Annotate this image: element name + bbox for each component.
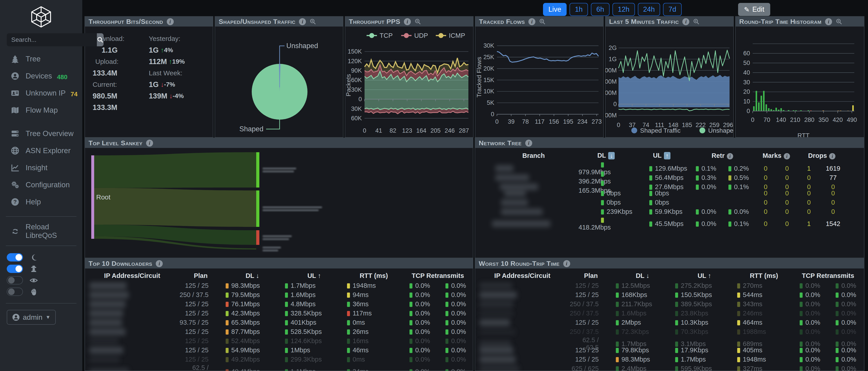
info-icon[interactable]: i [146,140,153,147]
info-icon[interactable]: i [404,18,411,25]
legend-item-udp[interactable]: UDP [401,32,428,39]
info-icon[interactable]: i [563,260,570,267]
sankey-node[interactable] [256,230,259,245]
sidebar-item-label: Insight [26,163,48,172]
sidebar-item-devices[interactable]: Devices480 [0,67,82,85]
legend-item-tcp[interactable]: TCP [367,32,393,39]
toggle-pause[interactable] [7,287,23,296]
circuit-row[interactable]: 125 / 2552.4Mbps124.6Kbps16ms0.0%0.0% [85,336,473,346]
tracked-flows-chart[interactable]: 30K25K20K15K10K5K003978117156195234273Tr… [475,27,603,137]
svg-text:Shaped Traffic: Shaped Traffic [640,127,681,134]
sidebar-item-unknown-ip[interactable]: Unknown IP74 [0,85,82,102]
svg-text:1G: 1G [609,56,617,63]
info-icon[interactable]: i [525,140,532,147]
info-icon[interactable]: i [156,260,163,267]
server-icon [10,129,20,138]
sidebar-item-asn-explorer[interactable]: ASN Explorer [0,142,82,159]
circuit-row[interactable]: 625 / 6252.4Mbps595.9Kbps327ms0.0%0.0% [475,364,864,371]
timeframe-24h[interactable]: 24h [638,3,660,16]
circuit-row[interactable]: 125 / 2576.1Mbps4.8Mbps36ms0.0%0.0% [85,300,473,309]
panel-shaped-pie: Shaped/Unshaped Traffic i UnshapedShaped [215,16,343,137]
circuit-row[interactable]: 250 / 37.579.5Mbps1.6Mbps94ms0.0%0.0% [85,290,473,300]
user-menu-button[interactable]: admin ▼ [7,310,56,325]
sankey-flow[interactable] [94,188,256,227]
current-label: Current: [93,79,149,90]
sort-dl-icon[interactable]: ↓ [608,152,615,159]
toggle-watch[interactable] [7,276,23,284]
timeframe-live[interactable]: Live [543,3,567,16]
zoom-in-icon[interactable] [414,18,421,25]
info-icon[interactable]: i [167,18,174,25]
network-tree-row[interactable]: 0bps0bps0000 [489,189,857,198]
svg-text:00M: 00M [606,67,617,74]
sankey-flow[interactable] [94,225,256,245]
network-tree-row[interactable]: 418.2Mbps45.5Mbps0.0%0.1%0011542 [489,216,857,225]
info-icon[interactable]: i [299,18,306,25]
sidebar-item-tree-overview[interactable]: Tree Overview [0,125,82,142]
timeframe-7d[interactable]: 7d [663,3,681,16]
circuit-row[interactable]: 125 / 2598.3Mbps1.7Mbps1948ms0.0%0.0% [85,281,473,290]
circuit-row[interactable]: 125 / 2587.7Mbps528.5Kbps26ms0.0%0.0% [85,327,473,336]
network-tree-row[interactable]: 0bps0bps0000 [489,198,857,207]
zoom-in-icon[interactable] [309,18,316,25]
y-axis-label: Tracked Flows [475,57,483,97]
circuit-row[interactable]: 125 / 2542.3Mbps328.5Kbps117ms0.0%0.0% [85,309,473,318]
circuit-row[interactable]: 250 / 37.572.3Kbps70.3Kbps1988ms0.0%0.0% [475,327,864,336]
info-icon[interactable]: i [829,153,835,159]
circuit-row[interactable]: 93.75 / 2565.3Mbps401Kbps0ms0.0%0.0% [85,318,473,327]
circuit-row[interactable]: 62.5 / 62.51.7Mbps3.1Mbps689ms0.0%0.0% [475,336,864,346]
network-tree-row[interactable]: 239Kbps59.9Kbps0.0%0.0%0000 [489,207,857,216]
last5-traffic-chart[interactable]: 2G1G00M00M00M000M03774111148185222259296… [606,27,733,137]
user-name: admin [23,313,42,321]
sidebar-item-configuration[interactable]: Configuration [0,176,82,193]
panel-title: Top Level Sankey [89,139,143,147]
sidebar-item-reload[interactable]: Reload LibreQoS [0,223,82,240]
throughput-pps-chart[interactable]: TCPUDPICMP150K120K90K60K30K030K60K041821… [345,27,473,137]
arrow-up-icon: ↑ [160,46,164,54]
network-tree-row[interactable]: 979.9Mbps129.6Mbps0.1%0.2%0011619 [489,161,857,170]
zoom-in-icon[interactable] [539,18,546,25]
sort-ul-icon[interactable]: ↑ [664,152,671,159]
legend-item-icmp[interactable]: ICMP [436,32,465,39]
circuit-row[interactable]: 125 / 2512.5Mbps275.2Kbps270ms0.0%0.0% [475,281,864,290]
timeframe-6h[interactable]: 6h [591,3,609,16]
circuit-row[interactable]: 125 / 25168Kbps150.5Kbps544ms0.0%0.0% [475,290,864,300]
sankey-flow[interactable] [94,152,256,188]
sidebar-item-insight[interactable]: Insight [0,159,82,176]
legend-item[interactable]: Shaped Traffic [631,127,681,134]
circuit-row[interactable]: 125 / 2598.3Mbps1.7Mbps1948ms0.0%0.0% [475,355,864,364]
info-icon[interactable]: i [825,18,832,25]
zoom-in-icon[interactable] [836,18,842,25]
circuit-row[interactable]: 125 / 2554.9Mbps1Mbps46ms0.0%0.0% [85,346,473,355]
info-icon[interactable]: i [528,18,535,25]
sankey-node[interactable] [256,190,259,227]
shaped-unshaped-pie-chart[interactable]: UnshapedShaped [215,27,343,137]
timeframe-12h[interactable]: 12h [613,3,635,16]
toggle-dark-mode[interactable] [7,253,23,261]
edit-button[interactable]: ✎ Edit [738,3,770,16]
sidebar-item-tree[interactable]: Tree [0,50,82,67]
zoom-in-icon[interactable] [693,18,700,25]
circuit-row[interactable]: 125 / 252Mbps10.3Kbps464ms0.0%0.0% [475,318,864,327]
rtt-histogram-chart[interactable]: 0102030405060070140210280350420490RTT [736,27,864,137]
top-level-sankey-chart[interactable]: Root [85,148,473,258]
timeframe-1h[interactable]: 1h [569,3,588,16]
circuit-row[interactable]: 250 / 37.5211.7Kbps389.5Kbps343ms0.0%0.0… [475,300,864,309]
svg-text:UDP: UDP [414,32,428,39]
toggle-anonymize[interactable] [7,265,23,273]
circuit-row[interactable]: 250 / 37.51.6Mbps23.8Kbps246ms0.0%0.0% [475,309,864,318]
sankey-root-node[interactable] [91,155,94,239]
arrow-up-icon: ↑ [169,58,172,65]
info-icon[interactable]: i [682,18,689,25]
info-icon[interactable]: i [727,153,733,159]
globe-icon [10,146,20,155]
info-icon[interactable]: i [784,153,790,159]
circuit-row[interactable]: 125 / 2549.2Mbps299.3Kbps0ms0.0%0.0% [85,355,473,364]
sidebar-item-flow-map[interactable]: Flow Map [0,102,82,119]
search-button[interactable] [97,33,103,46]
svg-text:0: 0 [491,111,494,118]
search-input[interactable] [7,33,97,46]
circuit-row[interactable]: 62.5 / 12.540.4Mbps1.1Mbps34ms0.0%0.0% [85,364,473,371]
sankey-node[interactable] [256,152,259,188]
sidebar-item-help[interactable]: ?Help [0,193,82,211]
